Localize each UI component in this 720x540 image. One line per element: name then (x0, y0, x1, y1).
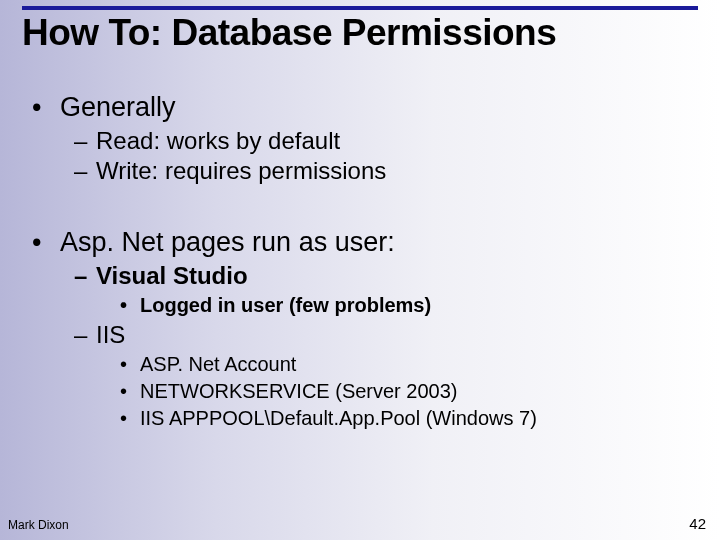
bullet-apppool: • IIS APPPOOL\Default.App.Pool (Windows … (120, 407, 692, 430)
footer-page-number: 42 (689, 515, 706, 532)
bullet-text: Asp. Net pages run as user: (60, 227, 395, 258)
bullet-dot-icon: • (32, 92, 60, 123)
bullet-logged-in-user: • Logged in user (few problems) (120, 294, 692, 317)
bullet-dot-icon: • (120, 380, 140, 403)
bullet-text: Visual Studio (96, 262, 248, 290)
bullet-text: ASP. Net Account (140, 353, 296, 376)
bullet-write: – Write: requires permissions (74, 157, 692, 185)
bullet-text: Logged in user (few problems) (140, 294, 431, 317)
footer-author: Mark Dixon (8, 518, 69, 532)
bullet-dot-icon: • (120, 407, 140, 430)
slide-content: • Generally – Read: works by default – W… (32, 78, 692, 434)
bullet-iis: – IIS (74, 321, 692, 349)
dash-icon: – (74, 157, 96, 185)
spacer (32, 187, 692, 213)
title-rule (22, 6, 698, 10)
bullet-text: IIS (96, 321, 125, 349)
slide: How To: Database Permissions • Generally… (0, 0, 720, 540)
bullet-text: Read: works by default (96, 127, 340, 155)
bullet-networkservice: • NETWORKSERVICE (Server 2003) (120, 380, 692, 403)
dash-icon: – (74, 262, 96, 290)
bullet-dot-icon: • (32, 227, 60, 258)
dash-icon: – (74, 321, 96, 349)
dash-icon: – (74, 127, 96, 155)
bullet-text: Generally (60, 92, 176, 123)
bullet-generally: • Generally (32, 92, 692, 123)
bullet-visual-studio: – Visual Studio (74, 262, 692, 290)
bullet-aspnet-user: • Asp. Net pages run as user: (32, 227, 692, 258)
slide-title: How To: Database Permissions (22, 12, 698, 54)
bullet-text: Write: requires permissions (96, 157, 386, 185)
bullet-read: – Read: works by default (74, 127, 692, 155)
bullet-aspnet-account: • ASP. Net Account (120, 353, 692, 376)
bullet-text: NETWORKSERVICE (Server 2003) (140, 380, 458, 403)
bullet-dot-icon: • (120, 353, 140, 376)
bullet-dot-icon: • (120, 294, 140, 317)
bullet-text: IIS APPPOOL\Default.App.Pool (Windows 7) (140, 407, 537, 430)
